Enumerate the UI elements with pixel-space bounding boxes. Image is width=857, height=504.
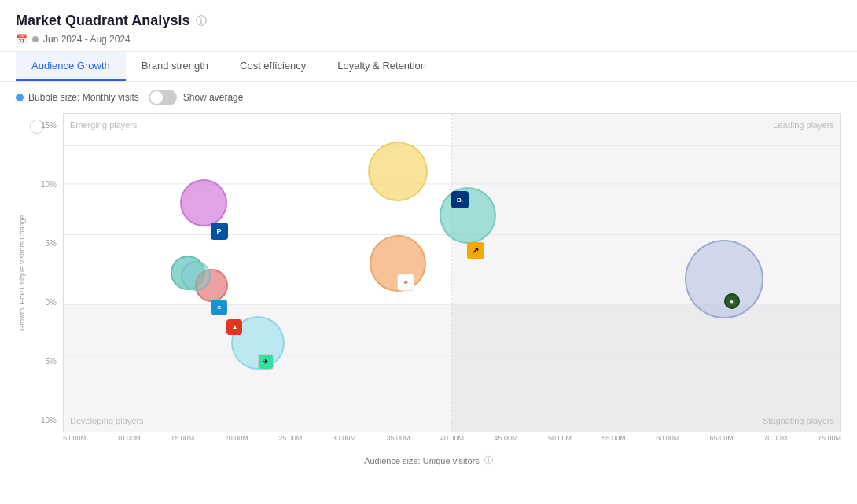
toggle-knob [150, 91, 163, 104]
y-label-5: 5% [46, 239, 57, 248]
chart-area: Growth: PoP Unique Visitors Change − 15%… [16, 113, 841, 451]
quadrant-label-leading: Leading players [773, 120, 834, 130]
y-label-15: 15% [41, 121, 57, 130]
quadrant-label-stagnating: Stagnating players [763, 416, 834, 425]
brand3-icon: ● [724, 293, 740, 309]
y-axis: 15% 10% 5% 0% -5% -10% [30, 113, 60, 432]
bubble-large-blue [685, 240, 763, 318]
quadrant-bot-right [452, 304, 840, 432]
x-axis: 5.000M 10.00M 15.00M 20.00M 25.00M 30.00… [63, 434, 841, 451]
x-label-5m: 5.000M [63, 434, 86, 442]
y-label-n10: -10% [39, 416, 57, 425]
date-range: Jun 2024 - Aug 2024 [43, 34, 131, 45]
tab-audience-growth[interactable]: Audience Growth [16, 52, 126, 81]
legend-dot [16, 94, 24, 101]
y-label-0: 0% [46, 298, 57, 307]
page-title: Market Quadrant Analysis [16, 13, 189, 29]
tab-loyalty-retention[interactable]: Loyalty & Retention [322, 52, 442, 81]
x-label-30m: 30.00M [333, 434, 356, 442]
y-axis-title: Growth: PoP Unique Visitors Change [18, 215, 26, 331]
tab-cost-efficiency[interactable]: Cost efficiency [224, 52, 322, 81]
brand1-icon: ≡ [211, 300, 227, 315]
x-label-25m: 25.00M [278, 434, 302, 442]
x-label-65m: 65.00M [710, 434, 734, 442]
date-row: 📅 Jun 2024 - Aug 2024 [16, 34, 841, 45]
bubble-purple [180, 179, 227, 226]
show-average-toggle[interactable] [149, 90, 177, 105]
x-label-40m: 40.00M [440, 434, 464, 442]
bubble-legend: Bubble size: Monthly visits [16, 92, 139, 103]
x-axis-info-icon[interactable]: ⓘ [484, 454, 493, 466]
toggle-container: Show average [149, 90, 244, 105]
header: Market Quadrant Analysis ⓘ 📅 Jun 2024 - … [0, 0, 857, 52]
x-label-50m: 50.00M [548, 434, 572, 442]
tab-brand-strength[interactable]: Brand strength [126, 52, 224, 81]
expedia-icon: ↗ [467, 242, 484, 259]
show-average-label: Show average [183, 92, 244, 103]
priceline-icon: P [211, 223, 228, 240]
x-label-55m: 55.00M [602, 434, 626, 442]
x-label-70m: 70.00M [763, 434, 787, 442]
booking-icon: B. [451, 191, 469, 208]
chart-inner: Emerging players Leading players Develop… [63, 113, 841, 432]
calendar-icon: 📅 [16, 34, 28, 45]
brand2-icon: ▲ [226, 319, 242, 335]
bubble-yellow [368, 142, 428, 201]
date-dot [32, 36, 39, 42]
y-axis-title-wrapper: Growth: PoP Unique Visitors Change [16, 113, 28, 432]
tabs-bar: Audience Growth Brand strength Cost effi… [0, 52, 857, 82]
y-label-n5: -5% [42, 357, 57, 366]
x-label-10m: 10.00M [117, 434, 141, 442]
tripadvisor-icon: ✈ [258, 354, 274, 370]
x-label-60m: 60.00M [656, 434, 679, 442]
x-label-45m: 45.00M [495, 434, 518, 442]
x-axis-title: Audience size: Unique visitors [364, 456, 480, 465]
airbnb-icon: ✦ [397, 274, 414, 291]
bubble-lt [181, 261, 211, 291]
bottom-label: Audience size: Unique visitors ⓘ [0, 451, 857, 473]
quadrant-top-right [452, 114, 840, 304]
controls-bar: Bubble size: Monthly visits Show average [0, 82, 857, 113]
page-container: Market Quadrant Analysis ⓘ 📅 Jun 2024 - … [0, 0, 857, 504]
x-label-35m: 35.00M [386, 434, 410, 442]
title-row: Market Quadrant Analysis ⓘ [16, 13, 841, 29]
info-icon[interactable]: ⓘ [196, 14, 207, 28]
bubble-size-label: Bubble size: Monthly visits [28, 92, 139, 103]
x-label-20m: 20.00M [225, 434, 248, 442]
y-label-10: 10% [41, 180, 57, 189]
x-label-15m: 15.00M [171, 434, 194, 442]
quadrant-label-emerging: Emerging players [70, 120, 138, 130]
x-label-75m: 75.00M [818, 434, 841, 442]
quadrant-label-developing: Developing players [70, 416, 144, 425]
